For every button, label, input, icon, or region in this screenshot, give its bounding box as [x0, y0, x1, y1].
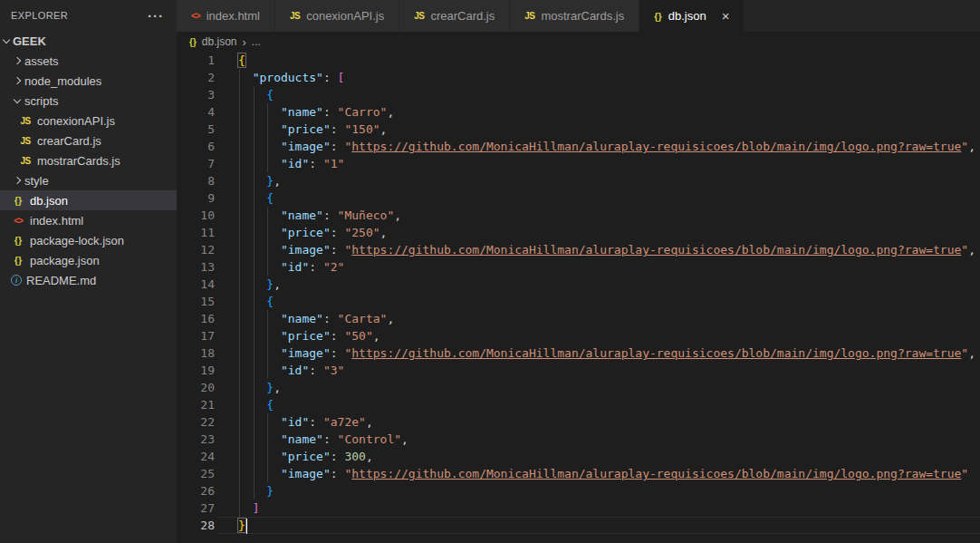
js-icon: JS: [524, 11, 534, 21]
line-number[interactable]: 8: [177, 172, 215, 189]
tab-mostrarcards-js[interactable]: JSmostrarCards.js: [510, 0, 639, 32]
code-token: ": [961, 243, 968, 257]
line-number[interactable]: 4: [177, 103, 215, 121]
code-line[interactable]: 22 "id": "a72e",: [177, 413, 980, 431]
code-token: [238, 484, 266, 498]
code-line[interactable]: 28}: [177, 517, 980, 534]
line-number[interactable]: 3: [177, 86, 215, 103]
tab-index-html[interactable]: <>index.html: [177, 0, 275, 32]
code-line[interactable]: 17 "price": "50",: [177, 327, 980, 344]
code-line[interactable]: 26 }: [177, 482, 980, 499]
sidebar-item-node-modules[interactable]: node_modules: [0, 71, 177, 91]
code-text: }: [238, 482, 274, 499]
code-token: [238, 174, 266, 188]
line-number[interactable]: 20: [177, 379, 215, 396]
sidebar-item-scripts[interactable]: scripts: [0, 91, 177, 111]
code-token: https://github.com/MonicaHillman/alurapl…: [351, 243, 961, 257]
line-number[interactable]: 25: [177, 465, 215, 482]
sidebar-item-index-html[interactable]: <>index.html: [0, 210, 177, 230]
line-number[interactable]: 13: [177, 258, 215, 276]
line-number[interactable]: 14: [177, 276, 215, 293]
tab-conexionapi-js[interactable]: JSconexionAPI.js: [275, 0, 399, 32]
sidebar-item-assets[interactable]: assets: [0, 51, 177, 71]
code-token: ": [961, 346, 968, 360]
tab-db-json[interactable]: {}db.json×: [639, 0, 745, 32]
close-icon[interactable]: ×: [722, 9, 730, 23]
sidebar-item-label: package.json: [30, 254, 100, 267]
tree-root-geek[interactable]: GEEK: [0, 31, 177, 51]
sidebar-item-conexionapi-js[interactable]: JSconexionAPI.js: [0, 111, 177, 131]
explorer-more-icon[interactable]: ···: [148, 8, 164, 24]
line-number[interactable]: 5: [177, 121, 215, 138]
line-number[interactable]: 10: [177, 207, 215, 224]
sidebar-item-label: assets: [24, 54, 59, 68]
code-line[interactable]: 24 "price": 300,: [177, 448, 980, 465]
code-line[interactable]: 21 {: [177, 396, 980, 413]
code-token: [238, 415, 281, 429]
sidebar-item-readme-md[interactable]: iREADME.md: [0, 270, 177, 290]
line-number[interactable]: 22: [177, 413, 215, 431]
code-line[interactable]: 1{: [177, 52, 980, 69]
code-token: ,: [366, 415, 373, 429]
line-number[interactable]: 19: [177, 362, 215, 379]
line-number[interactable]: 16: [177, 310, 215, 327]
code-line[interactable]: 19 "id": "3": [177, 362, 980, 379]
code-line[interactable]: 12 "image": "https://github.com/MonicaHi…: [177, 241, 980, 258]
code-line[interactable]: 16 "name": "Carta",: [177, 310, 980, 327]
line-number[interactable]: 21: [177, 396, 215, 413]
code-token: ,: [968, 140, 975, 153]
code-line[interactable]: 6 "image": "https://github.com/MonicaHil…: [177, 138, 980, 155]
line-number[interactable]: 1: [177, 52, 215, 69]
code-token: ,: [373, 329, 380, 343]
code-line[interactable]: 27 ]: [177, 499, 980, 517]
code-line[interactable]: 10 "name": "Muñeco",: [177, 207, 980, 224]
line-number[interactable]: 27: [177, 499, 215, 517]
code-line[interactable]: 20 },: [177, 379, 980, 396]
code-token: [: [338, 71, 345, 84]
code-line[interactable]: 14 },: [177, 276, 980, 293]
line-number[interactable]: 18: [177, 344, 215, 362]
code-token: "image": [281, 140, 331, 153]
explorer-sidebar: EXPLORER ··· GEEK assetsnode_modulesscri…: [0, 0, 177, 543]
line-number[interactable]: 12: [177, 241, 215, 258]
tab-label: crearCard.js: [430, 9, 495, 23]
line-number[interactable]: 17: [177, 327, 215, 344]
breadcrumb-symbol[interactable]: ...: [252, 35, 261, 48]
breadcrumb-file[interactable]: db.json: [202, 35, 237, 48]
line-number[interactable]: 24: [177, 448, 215, 465]
code-token: [238, 157, 281, 170]
code-line[interactable]: 11 "price": "250",: [177, 224, 980, 241]
line-number[interactable]: 23: [177, 431, 215, 448]
sidebar-item-db-json[interactable]: {}db.json: [0, 190, 177, 210]
line-number[interactable]: 11: [177, 224, 215, 241]
js-icon: JS: [414, 11, 424, 21]
code-editor[interactable]: 1{2 "products": [3 {4 "name": "Carro",5 …: [177, 52, 980, 543]
sidebar-item-package-json[interactable]: {}package.json: [0, 250, 177, 270]
sidebar-item-package-lock-json[interactable]: {}package-lock.json: [0, 230, 177, 250]
line-number[interactable]: 6: [177, 138, 215, 155]
code-line[interactable]: 23 "name": "Control",: [177, 431, 980, 448]
code-line[interactable]: 13 "id": "2": [177, 258, 980, 276]
code-line[interactable]: 9 {: [177, 189, 980, 207]
code-line[interactable]: 8 },: [177, 172, 980, 189]
code-line[interactable]: 4 "name": "Carro",: [177, 103, 980, 121]
code-line[interactable]: 18 "image": "https://github.com/MonicaHi…: [177, 344, 980, 362]
code-line[interactable]: 3 {: [177, 86, 980, 103]
line-number[interactable]: 26: [177, 482, 215, 499]
html-icon: <>: [191, 11, 200, 21]
code-line[interactable]: 25 "image": "https://github.com/MonicaHi…: [177, 465, 980, 482]
sidebar-item-mostrarcards-js[interactable]: JSmostrarCards.js: [0, 150, 177, 170]
line-number[interactable]: 9: [177, 189, 215, 207]
sidebar-item-crearcard-js[interactable]: JScrearCard.js: [0, 131, 177, 150]
code-line[interactable]: 2 "products": [: [177, 69, 980, 86]
tab-crearcard-js[interactable]: JScrearCard.js: [399, 0, 510, 32]
code-line[interactable]: 7 "id": "1": [177, 155, 980, 172]
code-line[interactable]: 15 {: [177, 293, 980, 310]
line-number[interactable]: 2: [177, 69, 215, 86]
line-number[interactable]: 7: [177, 155, 215, 172]
line-number[interactable]: 15: [177, 293, 215, 310]
sidebar-item-style[interactable]: style: [0, 170, 177, 190]
code-line[interactable]: 5 "price": "150",: [177, 121, 980, 138]
line-number[interactable]: 28: [177, 517, 215, 534]
code-token: [238, 71, 253, 84]
